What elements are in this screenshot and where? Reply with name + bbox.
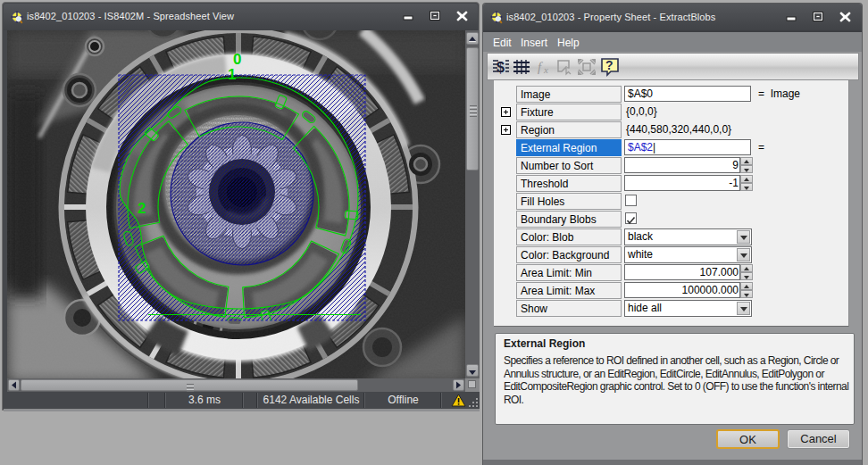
svg-text:x: x <box>543 64 548 75</box>
svg-text:f: f <box>538 60 543 74</box>
svg-text:?: ? <box>605 58 613 72</box>
svg-text:2: 2 <box>138 200 146 217</box>
svg-text:1: 1 <box>228 66 236 83</box>
svg-text:$: $ <box>497 60 505 75</box>
